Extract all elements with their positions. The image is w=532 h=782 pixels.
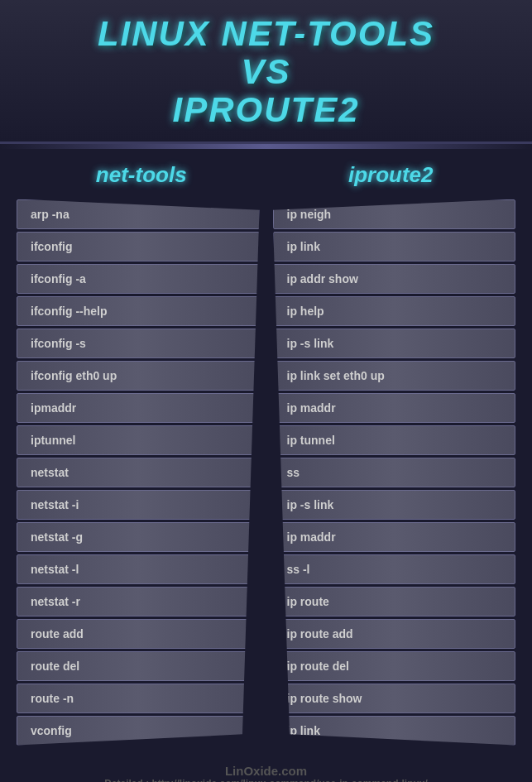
separator: [0, 144, 532, 149]
table-row: ifconfig -s: [17, 329, 260, 358]
nettools-header: net-tools: [25, 162, 258, 188]
footer: LinOxide.com Detailed : http://linoxide.…: [0, 754, 532, 782]
table-row: ip link: [273, 716, 516, 746]
table-row: ip maddr: [273, 393, 516, 423]
table-row: ifconfig: [17, 232, 260, 261]
iproute2-header: iproute2: [275, 162, 508, 188]
table-row: ip addr show: [273, 264, 516, 294]
comparison-table: arp -naifconfigifconfig -aifconfig --hel…: [0, 196, 532, 754]
table-row: netstat -r: [17, 587, 260, 616]
table-row: ip route: [273, 587, 516, 616]
table-row: netstat: [17, 458, 260, 487]
footer-url: Detailed : http://linoxide.com/linux-com…: [8, 778, 524, 782]
table-row: ss: [273, 458, 516, 487]
table-row: ifconfig --help: [17, 296, 260, 326]
table-row: arp -na: [17, 199, 260, 229]
table-row: vconfig: [17, 716, 260, 746]
header: LINUX NET-TOOLS VS IPROUTE2: [0, 0, 532, 144]
table-row: ip -s link: [273, 490, 516, 520]
page-title: LINUX NET-TOOLS VS IPROUTE2: [17, 15, 515, 130]
table-row: ip maddr: [273, 522, 516, 552]
table-row: ip link: [273, 232, 516, 261]
table-row: ip route add: [273, 619, 516, 649]
table-row: ip tunnel: [273, 425, 516, 455]
footer-site: LinOxide.com: [8, 764, 524, 778]
table-row: netstat -g: [17, 522, 260, 552]
table-row: iptunnel: [17, 425, 260, 455]
table-row: route -n: [17, 684, 260, 713]
table-row: ip neigh: [273, 199, 516, 229]
table-row: ip route show: [273, 684, 516, 713]
iproute2-column: ip neighip linkip addr showip helpip -s …: [273, 199, 516, 746]
column-headers: net-tools iproute2: [0, 154, 532, 196]
table-wrapper: arp -naifconfigifconfig -aifconfig --hel…: [17, 199, 515, 746]
table-row: ifconfig eth0 up: [17, 361, 260, 391]
table-row: route del: [17, 651, 260, 681]
nettools-column: arp -naifconfigifconfig -aifconfig --hel…: [17, 199, 260, 746]
table-row: netstat -l: [17, 554, 260, 584]
table-row: ifconfig -a: [17, 264, 260, 294]
table-row: route add: [17, 619, 260, 649]
table-row: netstat -i: [17, 490, 260, 520]
table-row: ip -s link: [273, 329, 516, 358]
table-row: ss -l: [273, 554, 516, 584]
table-row: ip help: [273, 296, 516, 326]
table-row: ipmaddr: [17, 393, 260, 423]
table-row: ip link set eth0 up: [273, 361, 516, 391]
table-row: ip route del: [273, 651, 516, 681]
